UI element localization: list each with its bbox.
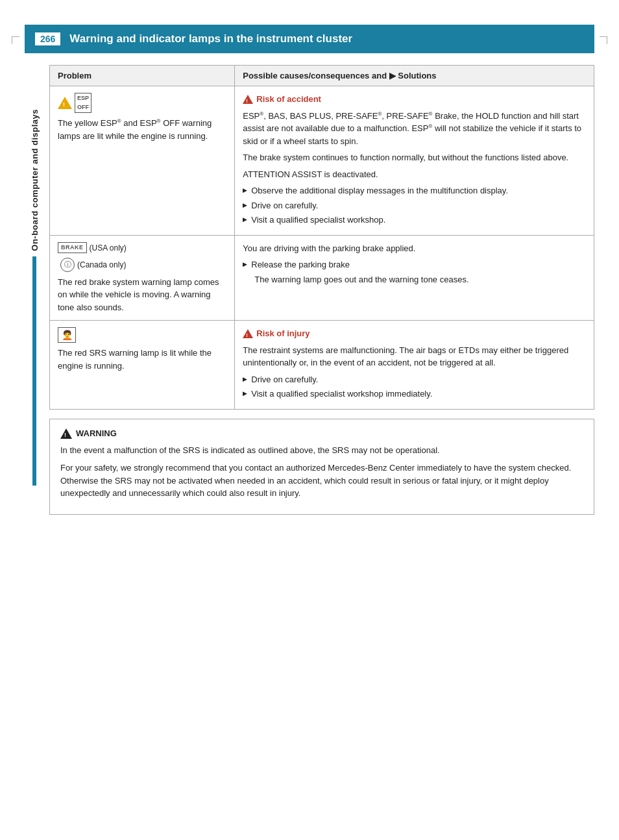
- srs-solution-para: The restraint systems are malfunctioning…: [243, 344, 586, 369]
- srs-bullet-1: Drive on carefully.: [243, 373, 586, 386]
- main-table: Problem Possible causes/consequences and…: [49, 65, 594, 410]
- brake-bullet-1: Release the parking brake: [243, 258, 586, 271]
- icon-row-esp: ESPOFF: [58, 93, 226, 113]
- solution-para-3: ATTENTION ASSIST is deactivated.: [243, 168, 586, 181]
- main-content: Problem Possible causes/consequences and…: [49, 65, 594, 515]
- solutions-cell-brake: You are driving with the parking brake a…: [235, 235, 594, 321]
- side-label-text: On-board computer and displays: [30, 109, 40, 251]
- solution-para-2: The brake system continues to function n…: [243, 151, 586, 164]
- brake-box-icon: BRAKE: [58, 242, 87, 254]
- bullet-3: Visit a qualified specialist workshop.: [243, 214, 586, 227]
- solution-para-1: ESP®, BAS, BAS PLUS, PRE-SAFE®, PRE-SAFE…: [243, 110, 586, 148]
- page-wrapper: 266 Warning and indicator lamps in the i…: [0, 25, 619, 840]
- page-number: 266: [35, 32, 60, 45]
- table-header-solutions: Possible causes/consequences and ▶ Solut…: [235, 66, 594, 86]
- warning-para-1: In the event a malfunction of the SRS is…: [60, 444, 583, 457]
- table-row: ESPOFF The yellow ESP® and ESP® OFF warn…: [50, 86, 594, 236]
- risk-triangle-injury: [243, 329, 253, 338]
- page-title: Warning and indicator lamps in the instr…: [69, 32, 352, 45]
- brake-canada-label: (Canada only): [77, 259, 126, 271]
- srs-bullet-2: Visit a qualified specialist workshop im…: [243, 388, 586, 401]
- warning-box-triangle-icon: [60, 428, 72, 439]
- risk-label-accident: Risk of accident: [256, 93, 321, 106]
- icon-row-brake: BRAKE (USA only): [58, 242, 226, 254]
- table-row: BRAKE (USA only) ⓘ (Canada only) The red…: [50, 235, 594, 321]
- solutions-cell-srs: Risk of injury The restraint systems are…: [235, 321, 594, 410]
- bullet-1: Observe the additional display messages …: [243, 184, 586, 197]
- corner-mark-tl: [12, 36, 19, 44]
- table-row: 🧑‍🦱 The red SRS warning lamp is lit whil…: [50, 321, 594, 410]
- warning-box: WARNING In the event a malfunction of th…: [49, 419, 594, 515]
- warning-title: WARNING: [60, 428, 583, 439]
- warning-para-2: For your safety, we strongly recommend t…: [60, 462, 583, 500]
- side-label-container: On-board computer and displays: [25, 109, 44, 486]
- table-header-problem: Problem: [50, 66, 235, 86]
- problem-cell-esp: ESPOFF The yellow ESP® and ESP® OFF warn…: [50, 86, 235, 236]
- bullet-2: Drive on carefully.: [243, 199, 586, 212]
- side-label-bar: [32, 256, 36, 486]
- corner-mark-tr: [600, 36, 607, 44]
- problem-text-brake: The red brake system warning lamp comes …: [58, 277, 219, 312]
- brake-indent: The warning lamp goes out and the warnin…: [243, 273, 586, 286]
- problem-cell-srs: 🧑‍🦱 The red SRS warning lamp is lit whil…: [50, 321, 235, 410]
- problem-cell-brake: BRAKE (USA only) ⓘ (Canada only) The red…: [50, 235, 235, 321]
- srs-icon: 🧑‍🦱: [58, 327, 76, 343]
- warning-box-title: WARNING: [76, 428, 117, 438]
- risk-triangle-accident: [243, 95, 253, 104]
- risk-label-injury: Risk of injury: [256, 327, 310, 340]
- problem-text-esp: The yellow ESP® and ESP® OFF warning lam…: [58, 118, 212, 141]
- problem-text-srs: The red SRS warning lamp is lit while th…: [58, 348, 212, 371]
- icon-row-srs: 🧑‍🦱: [58, 327, 226, 343]
- risk-header-accident: Risk of accident: [243, 93, 586, 106]
- esp-off-icon: ESPOFF: [75, 93, 91, 113]
- risk-header-injury: Risk of injury: [243, 327, 586, 340]
- brake-circle-icon: ⓘ: [60, 258, 75, 272]
- page-header: 266 Warning and indicator lamps in the i…: [25, 25, 594, 53]
- solutions-cell-esp: Risk of accident ESP®, BAS, BAS PLUS, PR…: [235, 86, 594, 236]
- brake-canada-row: ⓘ (Canada only): [58, 258, 226, 272]
- brake-usa-label: (USA only): [90, 242, 127, 254]
- warning-triangle-icon: [58, 97, 72, 109]
- brake-solution-para: You are driving with the parking brake a…: [243, 242, 586, 255]
